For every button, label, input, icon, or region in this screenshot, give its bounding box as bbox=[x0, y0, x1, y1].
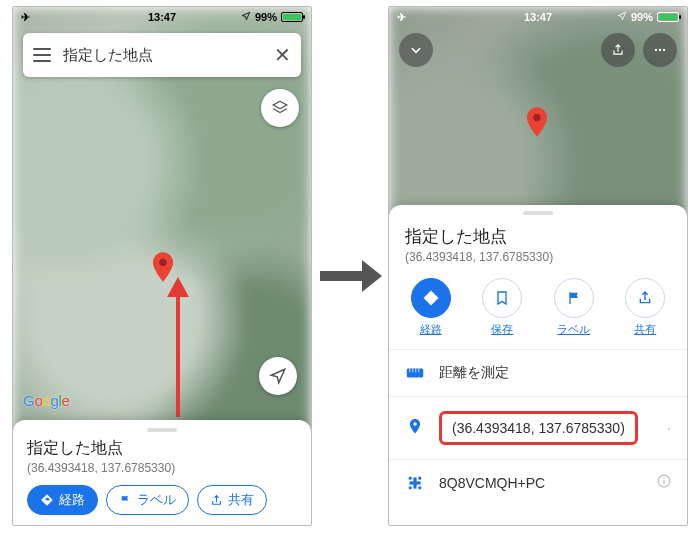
share-icon bbox=[625, 278, 665, 318]
svg-point-5 bbox=[655, 49, 657, 51]
bookmark-icon bbox=[482, 278, 522, 318]
google-logo: Google bbox=[23, 392, 70, 409]
pin-small-icon bbox=[405, 419, 425, 437]
directions-icon bbox=[411, 278, 451, 318]
menu-icon[interactable] bbox=[33, 48, 51, 62]
card-actions: 経路 ラベル 共有 bbox=[27, 485, 297, 515]
bottom-card[interactable]: 指定した地点 (36.4393418, 137.6785330) 経路 ラベル … bbox=[13, 420, 311, 525]
drag-handle[interactable] bbox=[147, 428, 177, 432]
svg-rect-9 bbox=[407, 369, 424, 378]
map-pin-icon[interactable] bbox=[526, 107, 548, 137]
svg-point-14 bbox=[418, 486, 421, 489]
status-time: 13:47 bbox=[13, 11, 311, 23]
layers-button[interactable] bbox=[261, 89, 299, 127]
sheet-coords: (36.4393418, 137.6785330) bbox=[405, 250, 671, 264]
status-time: 13:47 bbox=[389, 11, 687, 23]
copy-dot-icon[interactable]: · bbox=[667, 420, 671, 436]
svg-rect-16 bbox=[409, 481, 420, 484]
coordinates-row[interactable]: (36.4393418, 137.6785330) · bbox=[389, 399, 687, 457]
svg-point-6 bbox=[659, 49, 661, 51]
status-bar: ✈ 13:47 99% bbox=[389, 7, 687, 27]
status-bar: ✈ 13:47 99% bbox=[13, 7, 311, 27]
clear-icon[interactable]: ✕ bbox=[274, 45, 291, 65]
svg-marker-2 bbox=[167, 277, 189, 297]
svg-point-7 bbox=[663, 49, 665, 51]
collapse-button[interactable] bbox=[399, 33, 433, 67]
route-button[interactable]: 経路 bbox=[27, 485, 98, 515]
svg-point-0 bbox=[159, 259, 166, 266]
share-icon bbox=[210, 494, 223, 507]
flag-icon bbox=[119, 494, 132, 507]
action-row: 経路 保存 ラベル 共有 bbox=[389, 270, 687, 347]
battery-icon bbox=[657, 12, 679, 22]
svg-point-10 bbox=[413, 422, 417, 426]
ruler-icon bbox=[405, 367, 425, 379]
share-top-button[interactable] bbox=[601, 33, 635, 67]
label-action[interactable]: ラベル bbox=[554, 278, 594, 337]
save-action[interactable]: 保存 bbox=[482, 278, 522, 337]
measure-distance-row[interactable]: 距離を測定 bbox=[389, 352, 687, 394]
pluscode-row[interactable]: 8Q8VCMQH+PC bbox=[389, 462, 687, 503]
coordinates-highlight: (36.4393418, 137.6785330) bbox=[439, 411, 638, 445]
pluscode-icon bbox=[405, 475, 425, 491]
info-icon[interactable] bbox=[657, 474, 671, 491]
drag-handle[interactable] bbox=[523, 211, 553, 215]
more-button[interactable] bbox=[643, 33, 677, 67]
svg-rect-19 bbox=[663, 480, 664, 484]
search-bar[interactable]: 指定した地点 ✕ bbox=[23, 33, 301, 77]
flag-icon bbox=[554, 278, 594, 318]
swipe-up-arrow-icon bbox=[163, 277, 193, 420]
share-action[interactable]: 共有 bbox=[625, 278, 665, 337]
detail-sheet[interactable]: 指定した地点 (36.4393418, 137.6785330) 経路 保存 bbox=[389, 205, 687, 525]
battery-icon bbox=[281, 12, 303, 22]
svg-point-13 bbox=[409, 486, 412, 489]
svg-point-11 bbox=[409, 476, 412, 479]
card-title: 指定した地点 bbox=[27, 438, 297, 459]
route-action[interactable]: 経路 bbox=[411, 278, 451, 337]
share-button[interactable]: 共有 bbox=[197, 485, 267, 515]
svg-point-18 bbox=[663, 477, 665, 479]
svg-point-8 bbox=[533, 114, 540, 121]
transition-arrow-icon bbox=[318, 256, 382, 299]
sheet-title: 指定した地点 bbox=[405, 225, 671, 248]
svg-point-12 bbox=[418, 476, 421, 479]
phone-right: ✈ 13:47 99% 指定した地点 (36.4393418, 137.6785… bbox=[388, 6, 688, 526]
svg-marker-4 bbox=[362, 260, 382, 292]
search-text[interactable]: 指定した地点 bbox=[63, 46, 262, 65]
recenter-button[interactable] bbox=[259, 357, 297, 395]
card-coords: (36.4393418, 137.6785330) bbox=[27, 461, 297, 475]
directions-icon bbox=[40, 493, 54, 507]
label-button[interactable]: ラベル bbox=[106, 485, 189, 515]
phone-left: ✈ 13:47 99% 指定した地点 ✕ Google 指定し bbox=[12, 6, 312, 526]
